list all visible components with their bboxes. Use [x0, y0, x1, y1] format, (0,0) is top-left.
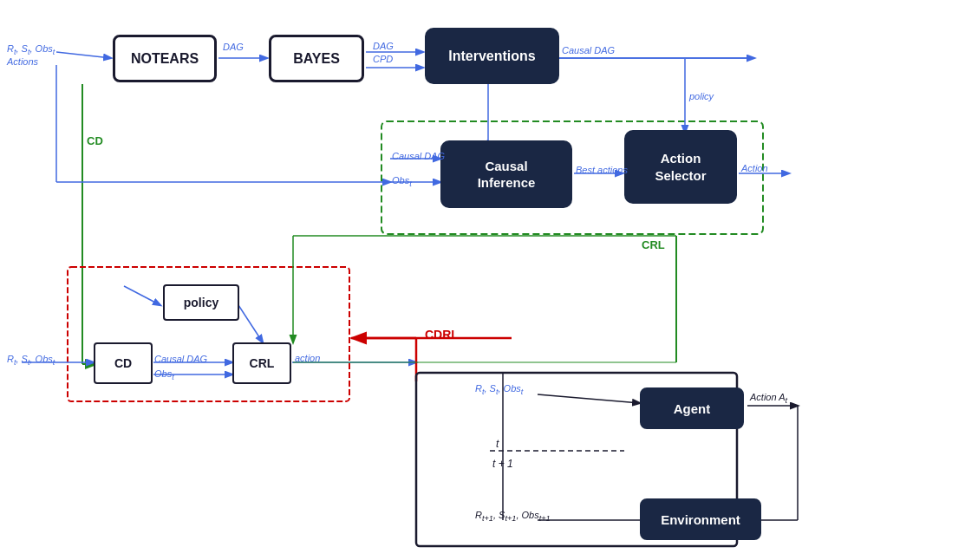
causal-dag-top-label: Causal DAG	[562, 45, 615, 55]
actions-label: Actions	[7, 56, 38, 67]
causal-inference-box: CausalInference	[440, 140, 572, 208]
action-at-label: Action At	[750, 392, 787, 405]
causal-dag-mid-label: Causal DAG	[392, 151, 445, 161]
dag-label-2: DAG	[373, 41, 394, 51]
obs-mid-label: Obst	[392, 175, 412, 188]
rt-obs-top-label: Rt, St, Obst	[7, 43, 55, 56]
bayes-box: BAYES	[269, 35, 364, 82]
rt1-obs-label: Rt+1, St+1, Obst+1	[475, 510, 551, 523]
policy-small-box: policy	[163, 284, 239, 321]
rt-obs-agent-label: Rt, St, Obst	[475, 383, 523, 396]
t-label: t	[496, 438, 499, 450]
cd-small-box: CD	[94, 342, 153, 384]
cpd-label: CPD	[373, 54, 393, 64]
action-small-label: action	[295, 353, 320, 363]
t1-label: t + 1	[492, 458, 513, 470]
crl-small-box: CRL	[232, 342, 291, 384]
svg-line-0	[56, 52, 111, 58]
svg-line-16	[124, 286, 160, 305]
obs-small-label: Obst	[154, 368, 174, 381]
crl-label: CRL	[642, 238, 665, 251]
notears-box: NOTEARS	[113, 35, 217, 82]
best-actions-label: Best actions	[576, 165, 628, 175]
policy-arrow-label: policy	[689, 91, 714, 101]
cd-label: CD	[87, 134, 103, 147]
svg-line-26	[538, 394, 640, 403]
interventions-box: Interventions	[425, 28, 559, 84]
cdrl-label: CDRL	[425, 328, 459, 342]
agent-box: Agent	[640, 387, 744, 429]
action-out-label: Action	[741, 163, 768, 173]
dag-label-1: DAG	[223, 42, 244, 52]
causal-dag-small-label: Causal DAG	[154, 354, 207, 364]
action-selector-box: ActionSelector	[624, 130, 737, 204]
environment-box: Environment	[640, 498, 761, 540]
rt-obs-left-label: Rt, St, Obst	[7, 354, 55, 367]
svg-line-19	[238, 305, 263, 342]
